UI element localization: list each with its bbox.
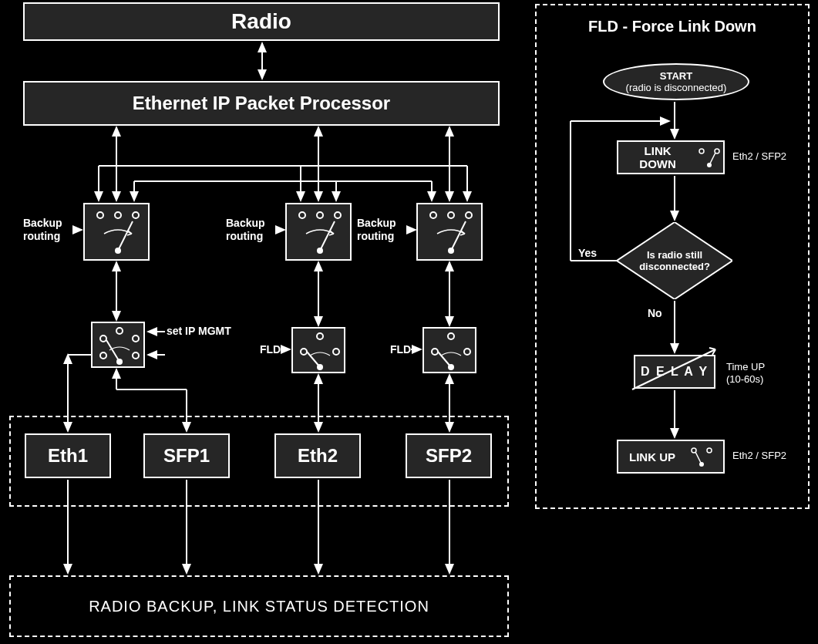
backup-routing-label-1: Backup routing [23, 217, 77, 243]
svg-line-30 [632, 349, 715, 389]
svg-point-13 [100, 352, 106, 359]
delay-note: Time UP (10-60s) [726, 361, 765, 385]
link-down-label: LINK DOWN [626, 144, 689, 170]
svg-point-5 [317, 212, 323, 218]
link-up-label: LINK UP [629, 450, 675, 464]
backup-routing-label-3: Backup routing [357, 217, 411, 243]
svg-point-0 [97, 212, 103, 218]
svg-point-2 [133, 212, 139, 218]
svg-point-18 [301, 349, 307, 355]
svg-point-4 [299, 212, 305, 218]
radio-label: Radio [231, 9, 291, 34]
svg-point-24 [448, 333, 454, 339]
link-up-node: LINK UP [617, 440, 725, 474]
svg-point-10 [466, 212, 472, 218]
svg-point-20 [317, 333, 323, 339]
svg-point-14 [133, 335, 139, 342]
fld-title: FLD - Force Link Down [535, 17, 810, 35]
backup-routing-label-2: Backup routing [226, 217, 280, 243]
start-node: START (radio is disconnected) [603, 63, 749, 100]
processor-label: Ethernet IP Packet Processor [133, 93, 390, 114]
port-sfp1: SFP1 [143, 433, 230, 478]
svg-point-1 [115, 212, 121, 218]
link-down-node: LINK DOWN [617, 140, 725, 174]
radio-block: Radio [23, 2, 500, 41]
switch-bottom-2 [291, 327, 345, 373]
switch-top-2 [285, 203, 352, 261]
processor-block: Ethernet IP Packet Processor [23, 81, 500, 126]
switch-bottom-3 [422, 327, 476, 373]
set-ip-mgmt-label: set IP MGMT [167, 325, 231, 338]
footer-label: RADIO BACKUP, LINK STATUS DETECTION [89, 598, 429, 615]
svg-point-26 [699, 149, 704, 153]
port-eth1: Eth1 [25, 433, 111, 478]
svg-point-32 [707, 448, 712, 453]
svg-point-12 [100, 335, 106, 342]
svg-point-22 [432, 349, 438, 355]
fld-label-1: FLD [260, 343, 281, 356]
switch-top-1 [83, 203, 150, 261]
port-sfp2: SFP2 [406, 433, 492, 478]
svg-point-19 [333, 349, 339, 355]
svg-point-15 [133, 352, 139, 359]
switch-top-3 [416, 203, 483, 261]
svg-point-8 [430, 212, 436, 218]
svg-point-23 [464, 349, 470, 355]
svg-point-16 [116, 328, 123, 334]
decision-node: Is radio still disconnected? [617, 222, 732, 299]
footer-box: RADIO BACKUP, LINK STATUS DETECTION [9, 575, 509, 637]
link-up-port-label: Eth2 / SFP2 [732, 450, 786, 462]
yes-label: Yes [578, 247, 597, 260]
switch-bottom-1 [91, 322, 145, 368]
svg-point-6 [335, 212, 341, 218]
no-label: No [648, 307, 662, 320]
fld-label-2: FLD [390, 343, 411, 356]
svg-point-9 [448, 212, 454, 218]
link-down-port-label: Eth2 / SFP2 [732, 150, 786, 163]
port-eth2: Eth2 [274, 433, 361, 478]
